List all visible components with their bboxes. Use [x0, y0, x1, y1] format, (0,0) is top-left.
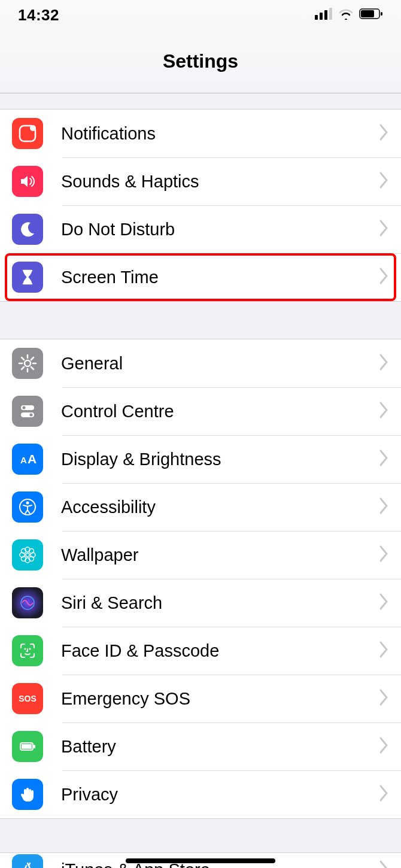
row-battery[interactable]: Battery — [0, 723, 401, 770]
chevron-right-icon — [379, 785, 389, 804]
row-label: Accessibility — [61, 497, 379, 517]
row-faceid[interactable]: Face ID & Passcode — [0, 627, 401, 675]
settings-screen: 14:32 Settings Notifications — [0, 0, 401, 868]
row-siri[interactable]: Siri & Search — [0, 579, 401, 627]
row-general[interactable]: General — [0, 339, 401, 387]
cellular-icon — [315, 8, 333, 22]
row-label: Control Centre — [61, 402, 379, 421]
svg-point-21 — [30, 414, 33, 417]
chevron-right-icon — [379, 641, 389, 660]
hourglass-icon — [12, 262, 43, 293]
battery-icon — [359, 8, 383, 22]
svg-point-8 — [30, 125, 36, 131]
chevron-right-icon — [379, 450, 389, 469]
page-title: Settings — [163, 50, 238, 72]
home-indicator[interactable] — [126, 858, 275, 863]
row-label: Do Not Disturb — [61, 220, 379, 239]
row-label: General — [61, 354, 379, 374]
svg-point-19 — [23, 406, 26, 409]
status-icons — [315, 8, 383, 22]
svg-point-25 — [26, 502, 29, 505]
status-bar: 14:32 — [0, 0, 401, 30]
row-label: Display & Brightness — [61, 450, 379, 469]
chevron-right-icon — [379, 354, 389, 373]
svg-line-16 — [22, 367, 24, 369]
chevron-right-icon — [379, 737, 389, 756]
hand-icon — [12, 779, 43, 810]
row-label: Siri & Search — [61, 593, 379, 613]
wifi-icon — [338, 8, 354, 22]
notifications-icon — [12, 118, 43, 149]
chevron-right-icon — [379, 402, 389, 421]
svg-line-15 — [31, 367, 34, 369]
svg-rect-0 — [315, 15, 318, 20]
svg-rect-2 — [324, 10, 327, 20]
faceid-icon — [12, 635, 43, 666]
chevron-right-icon — [379, 545, 389, 564]
row-label: Battery — [61, 737, 379, 757]
row-controlcentre[interactable]: Control Centre — [0, 387, 401, 435]
chevron-right-icon — [379, 497, 389, 517]
svg-point-9 — [25, 360, 31, 366]
row-notifications[interactable]: Notifications — [0, 110, 401, 157]
chevron-right-icon — [379, 124, 389, 143]
svg-line-14 — [22, 357, 24, 360]
row-label: Face ID & Passcode — [61, 641, 379, 661]
row-screentime[interactable]: Screen Time — [0, 253, 401, 301]
chevron-right-icon — [379, 593, 389, 612]
chevron-right-icon — [379, 860, 389, 868]
sounds-icon — [12, 166, 43, 197]
chevron-right-icon — [379, 268, 389, 287]
row-label: Wallpaper — [61, 545, 379, 565]
svg-text:SOS: SOS — [19, 694, 37, 703]
svg-text:A: A — [28, 452, 37, 466]
row-accessibility[interactable]: Accessibility — [0, 483, 401, 531]
settings-group-1: Notifications Sounds & Haptics Do Not Di… — [0, 109, 401, 302]
chevron-right-icon — [379, 220, 389, 239]
moon-icon — [12, 214, 43, 245]
row-label: Sounds & Haptics — [61, 172, 379, 192]
svg-rect-5 — [361, 10, 374, 17]
row-label: Notifications — [61, 124, 379, 144]
gear-icon — [12, 348, 43, 379]
svg-rect-6 — [381, 12, 382, 16]
row-label: Emergency SOS — [61, 689, 379, 709]
svg-text:A: A — [20, 455, 27, 465]
chevron-right-icon — [379, 689, 389, 708]
appstore-icon — [12, 854, 43, 868]
battery-icon — [12, 731, 43, 762]
status-time: 14:32 — [18, 6, 59, 25]
svg-point-37 — [29, 648, 31, 650]
row-sos[interactable]: SOS Emergency SOS — [0, 675, 401, 723]
settings-group-2: General Control Centre AA Display & Brig… — [0, 339, 401, 819]
row-dnd[interactable]: Do Not Disturb — [0, 205, 401, 253]
toggles-icon — [12, 396, 43, 427]
row-wallpaper[interactable]: Wallpaper — [0, 531, 401, 579]
header: Settings — [0, 30, 401, 93]
chevron-right-icon — [379, 172, 389, 191]
text-size-icon: AA — [12, 444, 43, 475]
row-sounds[interactable]: Sounds & Haptics — [0, 157, 401, 205]
row-label: Privacy — [61, 785, 379, 805]
svg-point-26 — [26, 553, 29, 557]
row-display[interactable]: AA Display & Brightness — [0, 435, 401, 483]
svg-rect-1 — [320, 13, 323, 20]
accessibility-icon — [12, 491, 43, 523]
siri-icon — [12, 587, 43, 618]
svg-rect-3 — [329, 8, 332, 20]
flower-icon — [12, 539, 43, 570]
row-privacy[interactable]: Privacy — [0, 770, 401, 818]
row-label: Screen Time — [61, 268, 379, 287]
svg-line-17 — [31, 357, 34, 360]
sos-icon: SOS — [12, 683, 43, 714]
svg-rect-40 — [22, 744, 32, 749]
svg-point-36 — [25, 648, 26, 650]
svg-rect-41 — [34, 745, 35, 748]
